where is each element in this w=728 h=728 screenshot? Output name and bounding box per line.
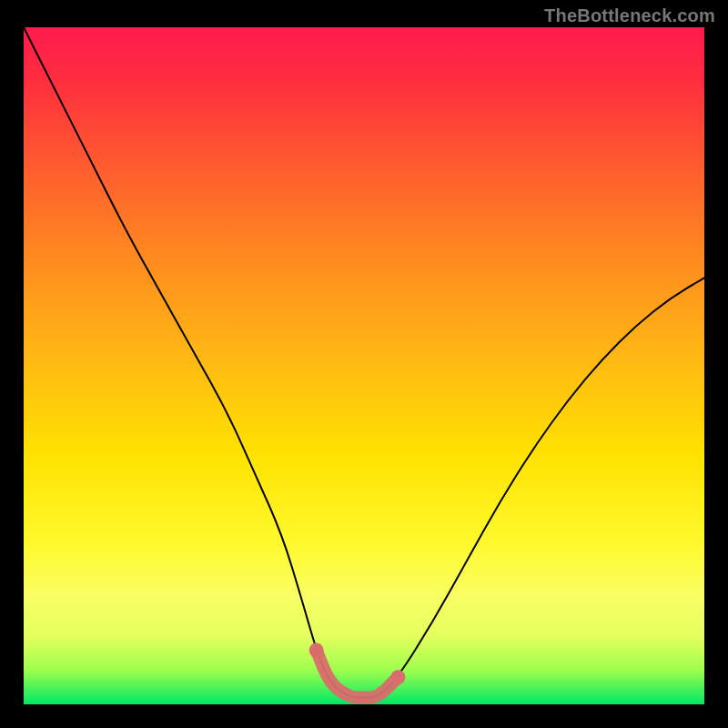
trough-highlight [317, 650, 399, 697]
chart-frame: TheBottleneck.com [0, 0, 728, 728]
watermark-text: TheBottleneck.com [544, 5, 715, 26]
trough-dot-left [309, 642, 324, 657]
plot-area [24, 27, 704, 704]
bottleneck-curve [24, 27, 704, 698]
chart-svg [24, 27, 704, 704]
trough-dot-right [390, 670, 405, 684]
